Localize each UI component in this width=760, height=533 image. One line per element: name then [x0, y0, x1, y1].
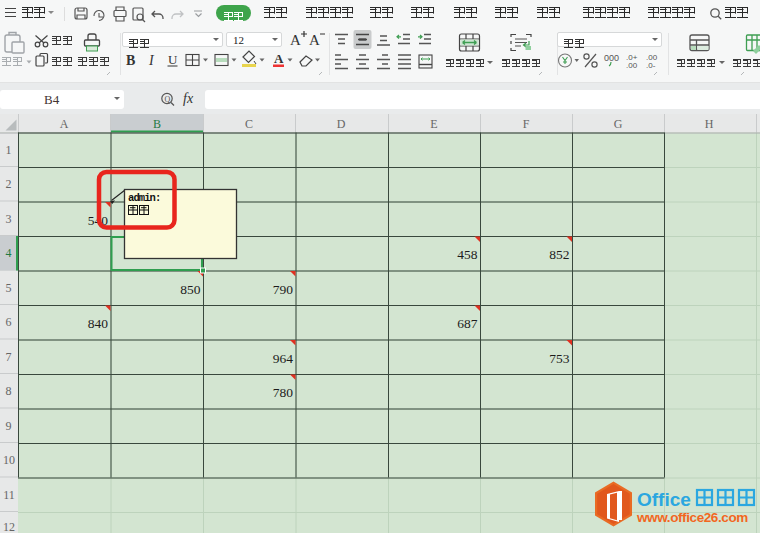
svg-text:2: 2: [6, 177, 12, 191]
svg-text:www.office26.com: www.office26.com: [636, 510, 748, 525]
svg-text:F: F: [523, 117, 530, 131]
svg-text:5: 5: [6, 281, 12, 295]
svg-text:C: C: [245, 117, 253, 131]
svg-text:687: 687: [457, 316, 478, 331]
svg-text:6: 6: [6, 315, 12, 329]
svg-text:840: 840: [88, 316, 109, 331]
svg-text:E: E: [430, 117, 437, 131]
svg-text:admin:: admin:: [128, 192, 160, 204]
svg-text:D: D: [337, 117, 346, 131]
svg-text:Q: Q: [165, 95, 171, 104]
svg-text:7: 7: [6, 350, 12, 364]
svg-text:H: H: [705, 117, 714, 131]
svg-text:A: A: [274, 51, 284, 66]
svg-text:Office: Office: [637, 489, 691, 510]
svg-text:B: B: [153, 117, 161, 131]
svg-text:850: 850: [180, 282, 201, 297]
svg-text:753: 753: [549, 351, 570, 366]
svg-text:790: 790: [273, 282, 294, 297]
svg-text:964: 964: [273, 351, 294, 366]
svg-text:12: 12: [3, 520, 15, 533]
svg-text:780: 780: [273, 385, 294, 400]
svg-text:1: 1: [6, 143, 12, 157]
svg-text:9: 9: [6, 419, 12, 433]
svg-text:A: A: [309, 32, 320, 48]
svg-text:4: 4: [6, 246, 12, 260]
svg-text:U: U: [168, 52, 178, 67]
svg-text:458: 458: [457, 247, 478, 262]
svg-text:I: I: [148, 53, 155, 68]
svg-text:G: G: [614, 117, 623, 131]
svg-text:11: 11: [3, 488, 15, 502]
svg-text:A: A: [60, 117, 69, 131]
svg-text:10: 10: [3, 453, 15, 467]
svg-text:852: 852: [549, 247, 569, 262]
svg-text:A: A: [290, 32, 301, 48]
svg-text:B: B: [126, 53, 135, 68]
svg-text:3: 3: [6, 212, 12, 226]
svg-text:000: 000: [604, 53, 619, 63]
svg-text:.0-: .0-: [646, 61, 656, 70]
svg-text:8: 8: [6, 384, 12, 398]
svg-text:.00: .00: [626, 61, 638, 70]
